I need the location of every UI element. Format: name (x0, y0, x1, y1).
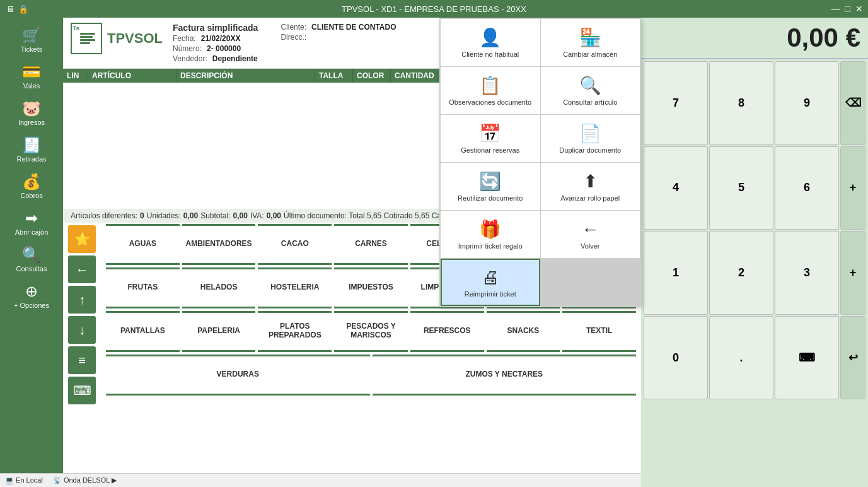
popup-item-imprimir-ticket-regalo[interactable]: 🎁Imprimir ticket regalo (441, 211, 540, 258)
sidebar-item-abrir-cajon[interactable]: ➡ Abrir cajón (3, 206, 60, 240)
main-container: 🛒 Tickets 💳 Vales 🐷 Ingresos 🧾 Retiradas… (0, 18, 868, 487)
num-btn--[interactable]: ⌨ (775, 316, 839, 400)
category-btn-papeleria[interactable]: PAPELERIA (182, 311, 256, 352)
popup-label-cambiar-almacen: Cambiar almacén (563, 50, 617, 58)
popup-label-observaciones-documento: Observaciones documento (449, 98, 531, 106)
category-btn-snacks[interactable]: SNACKS (487, 311, 560, 352)
titlebar: 🖥 🔒 TPVSOL - XD1 - EMPRESA DE PRUEBAS - … (0, 0, 868, 18)
popup-item-consultar-articulo[interactable]: 🔍Consultar artículo (541, 67, 640, 114)
cliente-value: CLIENTE DE CONTADO (311, 23, 396, 32)
iva-label: IVA: (250, 211, 264, 220)
action-col: ⭐ ← ↑ ↓ ≡ ⌨ (63, 223, 101, 487)
popup-item-gestionar-reservas[interactable]: 📅Gestionar reservas (441, 115, 540, 162)
num-btn-7[interactable]: 7 (644, 61, 708, 145)
fecha-value: 21/02/20XX (201, 34, 241, 43)
back-btn[interactable]: ← (68, 255, 96, 283)
keyboard-btn[interactable]: ⌨ (68, 377, 96, 404)
titlebar-controls: — □ ✕ (831, 4, 863, 14)
popup-item-observaciones-documento[interactable]: 📋Observaciones documento (441, 67, 540, 114)
num-btn-4[interactable]: 4 (644, 146, 708, 230)
popup-item-cliente-no-habitual[interactable]: 👤Cliente no habitual (441, 19, 540, 66)
sidebar-label-retiradas: Retiradas (16, 155, 46, 163)
category-btn-frutas[interactable]: FRUTAS (106, 267, 180, 308)
sidebar-item-vales[interactable]: 💳 Vales (3, 59, 60, 93)
num-btn-3[interactable]: 3 (775, 231, 839, 315)
down-btn[interactable]: ↓ (68, 316, 96, 344)
sidebar-item-opciones[interactable]: ⊕ + Opciones (3, 279, 60, 313)
sidebar-label-vales: Vales (23, 82, 40, 90)
num-btn--[interactable]: . (709, 316, 773, 400)
num-btn-9[interactable]: 9 (775, 61, 839, 145)
category-btn-pescados-y-mariscos[interactable]: PESCADOS Y MARISCOS (334, 311, 408, 352)
maximize-btn[interactable]: □ (845, 4, 850, 14)
col-articulo: ARTÍCULO (88, 69, 176, 83)
sidebar-item-cobros[interactable]: 💰 Cobros (3, 169, 60, 203)
popup-item-avanzar-rollo-papel[interactable]: ⬆Avanzar rollo papel (541, 163, 640, 210)
category-btn-impuestos[interactable]: IMPUESTOS (334, 267, 408, 308)
sidebar-item-tickets[interactable]: 🛒 Tickets (3, 23, 60, 57)
minimize-btn[interactable]: — (831, 4, 840, 14)
num-btn--[interactable]: ⌫ (840, 61, 865, 145)
logo-ts: Ts (73, 25, 79, 32)
num-btn--[interactable]: + (840, 231, 865, 315)
category-btn-aguas[interactable]: AGUAS (106, 224, 180, 265)
category-btn-helados[interactable]: HELADOS (182, 267, 256, 308)
sidebar-item-ingresos[interactable]: 🐷 Ingresos (3, 96, 60, 130)
category-btn-carnes[interactable]: CARNES (334, 224, 408, 265)
up-btn[interactable]: ↑ (68, 286, 96, 314)
right-panel: 👤Cliente no habitual🏪Cambiar almacén📋Obs… (641, 18, 868, 487)
star-btn[interactable]: ⭐ (68, 225, 96, 253)
category-btn-platos-preparados[interactable]: PLATOS PREPARADOS (258, 311, 332, 352)
num-btn-0[interactable]: 0 (644, 316, 708, 400)
sidebar-item-consultas[interactable]: 🔍 Consultas (3, 242, 60, 276)
num-btn-8[interactable]: 8 (709, 61, 773, 145)
articulos-value: 0 (140, 211, 144, 220)
logo-area: Ts TPVSOL (71, 23, 163, 54)
num-btn--[interactable]: + (840, 146, 865, 230)
logo-box: Ts (71, 23, 102, 54)
vendedor-label: Vendedor: (173, 54, 207, 63)
cliente-label: Cliente: (281, 23, 306, 32)
numero-label: Número: (173, 44, 202, 53)
popup-icon-reimprimir-ticket: 🖨 (482, 267, 499, 288)
category-btn-zumos-y-nectares[interactable]: ZUMOS Y NECTARES (373, 355, 637, 396)
popup-item-reimprimir-ticket[interactable]: 🖨Reimprimir ticket (441, 259, 540, 306)
num-btn-5[interactable]: 5 (709, 146, 773, 230)
lock-icon: 🔒 (18, 4, 28, 14)
close-btn[interactable]: ✕ (855, 4, 863, 14)
category-btn-verduras[interactable]: VERDURAS (106, 355, 370, 396)
popup-label-consultar-articulo: Consultar artículo (563, 98, 617, 106)
popup-item-volver[interactable]: ←Volver (541, 211, 640, 258)
total-display: 0,00 € (641, 18, 868, 59)
popup-item-reutilizar-documento[interactable]: 🔄Reutilizar documento (441, 163, 540, 210)
logo-line-2 (80, 36, 93, 38)
popup-icon-reutilizar-documento: 🔄 (479, 171, 501, 192)
category-btn-pantallas[interactable]: PANTALLAS (106, 311, 180, 352)
numero-value: 2- 000000 (207, 44, 241, 53)
unidades-value: 0,00 (183, 211, 198, 220)
num-btn--[interactable]: ↩ (840, 316, 865, 400)
category-btn-textil[interactable]: TEXTIL (562, 311, 636, 352)
popup-item-cambiar-almacen[interactable]: 🏪Cambiar almacén (541, 19, 640, 66)
vales-icon: 💳 (22, 63, 41, 81)
app-name: TPVSOL (107, 30, 163, 47)
titlebar-title: TPVSOL - XD1 - EMPRESA DE PRUEBAS - 20XX (342, 4, 526, 14)
logo-line-3 (80, 39, 95, 41)
category-btn-cacao[interactable]: CACAO (258, 224, 332, 265)
popup-overlay: 👤Cliente no habitual🏪Cambiar almacén📋Obs… (439, 18, 641, 307)
sidebar: 🛒 Tickets 💳 Vales 🐷 Ingresos 🧾 Retiradas… (0, 18, 63, 487)
popup-icon-imprimir-ticket-regalo: 🎁 (479, 219, 501, 240)
popup-item-duplicar-documento[interactable]: 📄Duplicar documento (541, 115, 640, 162)
num-btn-1[interactable]: 1 (644, 231, 708, 315)
num-btn-6[interactable]: 6 (775, 146, 839, 230)
num-btn-2[interactable]: 2 (709, 231, 773, 315)
popup-label-avanzar-rollo-papel: Avanzar rollo papel (560, 194, 620, 202)
category-btn-refrescos[interactable]: REFRESCOS (410, 311, 484, 352)
status-local: 💻 En Local (5, 476, 43, 484)
category-btn-hosteleria[interactable]: HOSTELERIA (258, 267, 332, 308)
sidebar-item-retiradas[interactable]: 🧾 Retiradas (3, 132, 60, 167)
category-btn-ambientadores[interactable]: AMBIENTADORES (182, 224, 256, 265)
popup-icon-observaciones-documento: 📋 (479, 75, 501, 96)
popup-icon-cambiar-almacen: 🏪 (579, 27, 601, 48)
list-btn[interactable]: ≡ (68, 346, 96, 374)
